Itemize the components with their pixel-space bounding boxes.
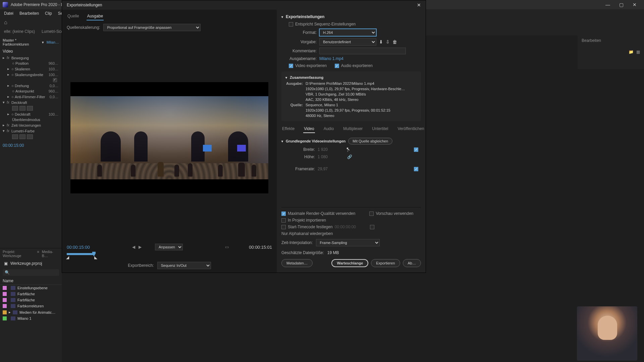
alpha-only-checkbox[interactable] [370, 225, 374, 229]
output-name-link[interactable]: Milano 1.mp4 [319, 56, 343, 61]
timebar-in-tc[interactable]: 00:00:15:00 [67, 245, 90, 250]
tab-effekte[interactable]: Effekte [281, 125, 295, 133]
mask-rect-icon[interactable] [19, 106, 25, 111]
close-icon[interactable]: ✕ [417, 2, 421, 8]
start-tc-checkbox[interactable] [281, 225, 286, 229]
use-preview-checkbox[interactable] [369, 212, 374, 216]
tab-audio[interactable]: Audio [323, 125, 335, 133]
ec-deckkraft[interactable]: Deckkraft [15, 112, 49, 116]
proj-item[interactable]: Farbfläche [17, 292, 35, 296]
tab-multiplexer[interactable]: Multiplexer [342, 125, 363, 133]
summary-ausgabe-path: D:\Premiere Pro\Milan 2022\Milano 1.mp4 [306, 81, 417, 85]
out-point-marker[interactable]: ◣ [94, 255, 97, 260]
width-match-checkbox[interactable] [414, 147, 418, 152]
ec-deckkraft-hdr[interactable]: Deckkraft [11, 101, 59, 105]
timebar-track[interactable]: ◢ ◣ [67, 252, 272, 259]
ec-skalierungsbreite[interactable]: Skalierungsbreite [15, 73, 49, 77]
export-audio-checkbox[interactable] [335, 64, 339, 68]
project-tab[interactable]: Projekt: Werkzeuge [3, 250, 34, 258]
export-video-checkbox[interactable] [289, 64, 293, 68]
import-project-checkbox[interactable] [281, 218, 286, 223]
project-search-input[interactable]: 🔍 [3, 269, 59, 276]
preset-select[interactable]: Benutzerdefiniert [319, 38, 376, 46]
tab-untertitel[interactable]: Untertitel [371, 125, 389, 133]
link-icon[interactable]: 🔗 [347, 155, 352, 159]
ec-drehung[interactable]: Drehung [15, 84, 50, 88]
ec-position[interactable]: Position [15, 61, 49, 65]
fit-select[interactable]: Anpassen [155, 244, 183, 250]
preview-image [70, 96, 268, 179]
tab-video[interactable]: Video [303, 125, 315, 133]
menu-clip[interactable]: Clip [45, 11, 52, 16]
panel-icon[interactable]: ▦ [636, 50, 640, 54]
summary-header: Zusammenfassung [290, 75, 323, 79]
match-sequence-checkbox[interactable] [289, 22, 293, 26]
ec-skalieren[interactable]: Skalieren [15, 67, 49, 71]
media-browser-tab[interactable]: Media-B… [42, 250, 59, 258]
time-interp-select[interactable]: Frame-Sampling [316, 239, 380, 246]
queue-button[interactable]: Warteschlange [331, 259, 368, 267]
framerate-match-checkbox[interactable] [414, 167, 418, 171]
step-forward-icon[interactable]: ▶ [139, 245, 142, 249]
maximize-button[interactable]: ▢ [614, 2, 628, 7]
proj-item[interactable]: Medien für Animatic… [19, 310, 56, 314]
framerate-value[interactable]: 29,97 [318, 167, 338, 171]
right-tab-bearbeiten[interactable]: Bearbeiten [578, 36, 644, 46]
menu-bearbeiten[interactable]: Bearbeiten [19, 11, 39, 16]
mask-pen-icon[interactable] [27, 134, 33, 139]
export-video-label: Video exportieren [295, 63, 327, 68]
chevron-right-icon[interactable]: ▸ [9, 310, 11, 314]
project-panel: Projekt: Werkzeuge≡ Media-B… ▣Werkzeuge.… [0, 248, 62, 362]
format-select[interactable]: H.264 [319, 29, 376, 36]
mask-rect-icon[interactable] [19, 134, 25, 139]
ec-lumetri[interactable]: Lumetri-Farbe [11, 129, 59, 133]
max-render-quality-checkbox[interactable] [281, 212, 286, 216]
menu-datei[interactable]: Datei [4, 11, 13, 16]
proj-item[interactable]: Einstellungsebene [17, 286, 48, 290]
minimize-button[interactable]: — [601, 2, 614, 7]
mask-ellipse-icon[interactable] [12, 106, 18, 111]
match-source-button[interactable]: Mit Quelle abgleichen [348, 138, 392, 144]
export-preview[interactable] [70, 82, 268, 193]
mask-pen-icon[interactable] [27, 106, 33, 111]
ec-flimmer[interactable]: Anti-Flimmer-Filter [15, 95, 50, 99]
project-col-name[interactable]: Name [0, 277, 62, 285]
chevron-down-icon[interactable]: ▾ [42, 40, 44, 45]
in-point-marker[interactable]: ◢ [66, 255, 69, 260]
cancel-button[interactable]: Ab… [403, 259, 421, 267]
ec-zeit[interactable]: Zeit-Verzerrungen [11, 123, 59, 127]
proj-item[interactable]: Milano 1 [17, 316, 32, 320]
ec-ankerpunkt[interactable]: Ankerpunkt [15, 89, 49, 93]
ec-clip-link[interactable]: Milan… [47, 40, 59, 44]
source-panel-tab[interactable]: elle: (keine Clips) [4, 29, 35, 34]
ec-blend[interactable]: Überblendmodus [12, 118, 59, 122]
export-range-select[interactable]: Sequenz In/Out [157, 262, 211, 269]
tab-quelle[interactable]: Quelle [67, 12, 80, 20]
ec-bewegung[interactable]: Bewegung [11, 56, 59, 60]
tab-veroeffentlichen[interactable]: Veröffentlichen [397, 125, 425, 133]
chevron-down-icon[interactable]: ▾ [281, 15, 283, 19]
aspect-ratio-icon[interactable]: ▭ [225, 245, 229, 249]
save-preset-icon[interactable]: ⬇ [379, 39, 383, 45]
source-scaling-select[interactable]: Proportional auf Framegröße anpassen [103, 24, 201, 31]
delete-preset-icon[interactable]: 🗑 [392, 39, 397, 45]
mask-ellipse-icon[interactable] [12, 134, 18, 139]
comments-input[interactable] [319, 48, 406, 54]
import-preset-icon[interactable]: ⇩ [386, 39, 390, 45]
height-value[interactable]: 1 080 [318, 155, 338, 159]
close-window-button[interactable]: ✕ [628, 2, 641, 7]
home-icon[interactable]: ⌂ [4, 19, 7, 25]
max-render-quality-label: Maximale Render-Qualität verwenden [288, 211, 355, 216]
proj-item[interactable]: Farbfläche [17, 298, 35, 302]
metadata-button[interactable]: Metadaten… [281, 259, 313, 267]
folder-icon[interactable]: 📁 [629, 50, 634, 54]
ec-playhead-tc[interactable]: 00:00:15:00 [0, 141, 62, 150]
proj-file-icon: ▣ [4, 261, 8, 266]
width-value[interactable]: 1 920 [318, 147, 338, 152]
framerate-label: Framerate: [281, 167, 315, 171]
export-button[interactable]: Exportieren [371, 259, 400, 267]
uniform-scale-checkbox[interactable] [53, 78, 57, 82]
proj-item[interactable]: Farbkorrekturen [17, 304, 44, 308]
step-back-icon[interactable]: ◀ [132, 245, 135, 249]
tab-ausgabe[interactable]: Ausgabe [87, 12, 104, 20]
